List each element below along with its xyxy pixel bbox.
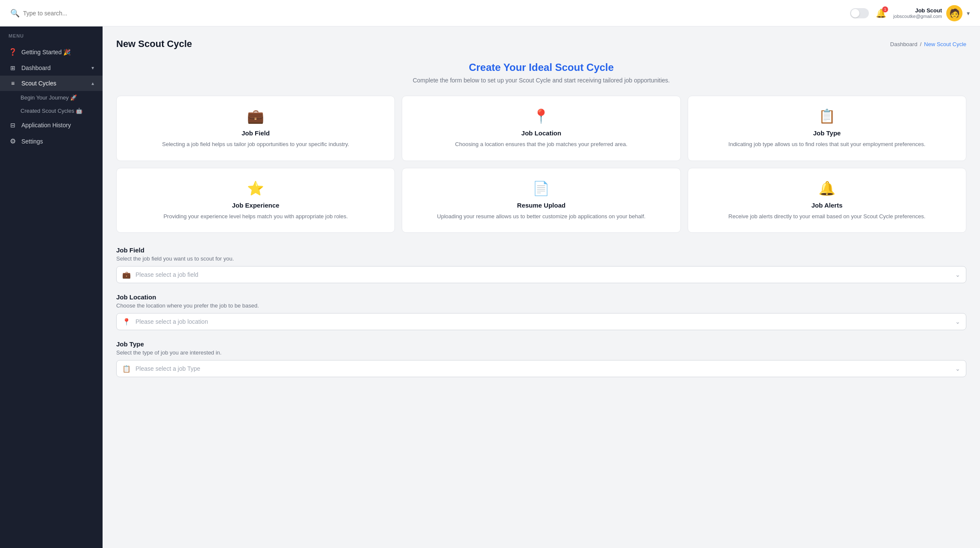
feature-card-desc: Uploading your resume allows us to bette… xyxy=(412,212,670,221)
feature-card-job-location: 📍 Job Location Choosing a location ensur… xyxy=(402,96,680,161)
created-cycles-label: Created Scout Cycles 🤖 xyxy=(21,108,94,114)
form-sublabel-job-type: Select the type of job you are intereste… xyxy=(116,349,966,356)
hero-title: Create Your Ideal Scout Cycle xyxy=(116,62,966,73)
notification-bell[interactable]: 🔔 1 xyxy=(876,8,886,18)
sidebar-item-label: Scout Cycles xyxy=(21,80,87,87)
sidebar-item-begin-journey[interactable]: Begin Your Journey 🚀 xyxy=(21,91,103,104)
begin-journey-label: Begin Your Journey 🚀 xyxy=(21,94,94,101)
job-type-select[interactable]: Please select a job Type xyxy=(116,360,966,377)
scout-cycles-submenu: Begin Your Journey 🚀 Created Scout Cycle… xyxy=(0,91,103,117)
bell-alert-icon: 🔔 xyxy=(698,180,956,196)
briefcase-icon: 💼 xyxy=(127,108,384,124)
document-upload-icon: 📄 xyxy=(412,180,670,196)
form-section-job-location: Job Location Choose the location where y… xyxy=(116,293,966,330)
topbar-right: 🔔 1 Job Scout jobscoutke@gmail.com 🧑 ▾ xyxy=(850,5,970,21)
clipboard-prefix-icon: 📋 xyxy=(122,365,131,373)
menu-label: MENU xyxy=(0,33,103,38)
feature-card-desc: Selecting a job field helps us tailor jo… xyxy=(127,140,384,149)
job-type-select-wrapper: 📋 Please select a job Type ⌄ xyxy=(116,360,966,377)
form-section-job-field: Job Field Select the job field you want … xyxy=(116,246,966,283)
main-layout: MENU ❓ Getting Started 🎉 ⊞ Dashboard ▾ ≡… xyxy=(0,26,980,548)
feature-card-desc: Receive job alerts directly to your emai… xyxy=(698,212,956,221)
breadcrumb-separator: / xyxy=(920,41,921,47)
job-field-select-wrapper: 💼 Please select a job field ⌄ xyxy=(116,266,966,283)
job-location-select-wrapper: 📍 Please select a job location ⌄ xyxy=(116,313,966,330)
form-label-job-field: Job Field xyxy=(116,246,966,254)
clipboard-icon: 📋 xyxy=(698,108,956,124)
search-icon: 🔍 xyxy=(10,9,20,18)
sidebar-item-scout-cycles[interactable]: ≡ Scout Cycles ▴ xyxy=(0,76,103,91)
search-area: 🔍 xyxy=(10,9,850,18)
feature-card-desc: Providing your experience level helps ma… xyxy=(127,212,384,221)
hero-subtitle: Complete the form below to set up your S… xyxy=(116,77,966,84)
sidebar-item-label: Application History xyxy=(21,122,94,129)
question-icon: ❓ xyxy=(9,48,17,56)
feature-card-job-field: 💼 Job Field Selecting a job field helps … xyxy=(116,96,395,161)
form-label-job-type: Job Type xyxy=(116,340,966,348)
sidebar-item-created-cycles[interactable]: Created Scout Cycles 🤖 xyxy=(21,104,103,117)
theme-toggle[interactable] xyxy=(850,8,869,18)
hero-section: Create Your Ideal Scout Cycle Complete t… xyxy=(116,62,966,84)
search-input[interactable] xyxy=(23,10,151,17)
content-area: New Scout Cycle Dashboard / New Scout Cy… xyxy=(103,26,980,548)
job-location-select[interactable]: Please select a job location xyxy=(116,313,966,330)
form-sublabel-job-field: Select the job field you want us to scou… xyxy=(116,255,966,262)
sidebar-item-dashboard[interactable]: ⊞ Dashboard ▾ xyxy=(0,60,103,76)
sidebar: MENU ❓ Getting Started 🎉 ⊞ Dashboard ▾ ≡… xyxy=(0,26,103,548)
breadcrumb: Dashboard / New Scout Cycle xyxy=(890,41,966,47)
feature-card-desc: Choosing a location ensures that the job… xyxy=(412,140,670,149)
breadcrumb-base: Dashboard xyxy=(890,41,918,47)
sidebar-item-getting-started[interactable]: ❓ Getting Started 🎉 xyxy=(0,44,103,60)
feature-card-desc: Indicating job type allows us to find ro… xyxy=(698,140,956,149)
briefcase-prefix-icon: 💼 xyxy=(122,271,131,279)
location-pin-icon: 📍 xyxy=(412,108,670,124)
feature-card-job-alerts: 🔔 Job Alerts Receive job alerts directly… xyxy=(688,168,966,233)
breadcrumb-current: New Scout Cycle xyxy=(924,41,966,47)
form-label-job-location: Job Location xyxy=(116,293,966,301)
user-email: jobscoutke@gmail.com xyxy=(893,14,942,19)
history-icon: ⊟ xyxy=(9,122,17,129)
location-prefix-icon: 📍 xyxy=(122,318,131,326)
feature-card-title: Job Field xyxy=(127,129,384,137)
notification-badge: 1 xyxy=(882,6,888,12)
sidebar-item-settings[interactable]: ⚙ Settings xyxy=(0,133,103,149)
page-title: New Scout Cycle xyxy=(116,38,192,50)
page-header: New Scout Cycle Dashboard / New Scout Cy… xyxy=(116,38,966,50)
job-field-select[interactable]: Please select a job field xyxy=(116,266,966,283)
sidebar-item-label: Dashboard xyxy=(21,64,87,71)
sidebar-item-label: Settings xyxy=(21,138,94,145)
form-section-job-type: Job Type Select the type of job you are … xyxy=(116,340,966,377)
scout-cycles-icon: ≡ xyxy=(9,80,17,87)
toggle-knob xyxy=(851,9,859,18)
form-sublabel-job-location: Choose the location where you prefer the… xyxy=(116,302,966,309)
feature-card-resume-upload: 📄 Resume Upload Uploading your resume al… xyxy=(402,168,680,233)
feature-card-title: Job Location xyxy=(412,129,670,137)
feature-card-job-experience: ⭐ Job Experience Providing your experien… xyxy=(116,168,395,233)
dashboard-icon: ⊞ xyxy=(9,64,17,71)
feature-card-title: Resume Upload xyxy=(412,202,670,209)
user-chevron-icon: ▾ xyxy=(967,10,970,17)
avatar: 🧑 xyxy=(946,5,962,21)
sidebar-item-application-history[interactable]: ⊟ Application History xyxy=(0,117,103,133)
topbar: 🔍 🔔 1 Job Scout jobscoutke@gmail.com 🧑 ▾ xyxy=(0,0,980,26)
feature-card-job-type: 📋 Job Type Indicating job type allows us… xyxy=(688,96,966,161)
feature-cards-grid: 💼 Job Field Selecting a job field helps … xyxy=(116,96,966,233)
star-icon: ⭐ xyxy=(127,180,384,196)
sidebar-item-label: Getting Started 🎉 xyxy=(21,49,94,56)
user-name: Job Scout xyxy=(893,7,942,14)
user-menu[interactable]: Job Scout jobscoutke@gmail.com 🧑 ▾ xyxy=(893,5,970,21)
settings-icon: ⚙ xyxy=(9,137,17,145)
user-text: Job Scout jobscoutke@gmail.com xyxy=(893,7,942,19)
chevron-up-icon: ▴ xyxy=(91,80,94,86)
feature-card-title: Job Type xyxy=(698,129,956,137)
feature-card-title: Job Alerts xyxy=(698,202,956,209)
feature-card-title: Job Experience xyxy=(127,202,384,209)
chevron-down-icon: ▾ xyxy=(91,65,94,71)
